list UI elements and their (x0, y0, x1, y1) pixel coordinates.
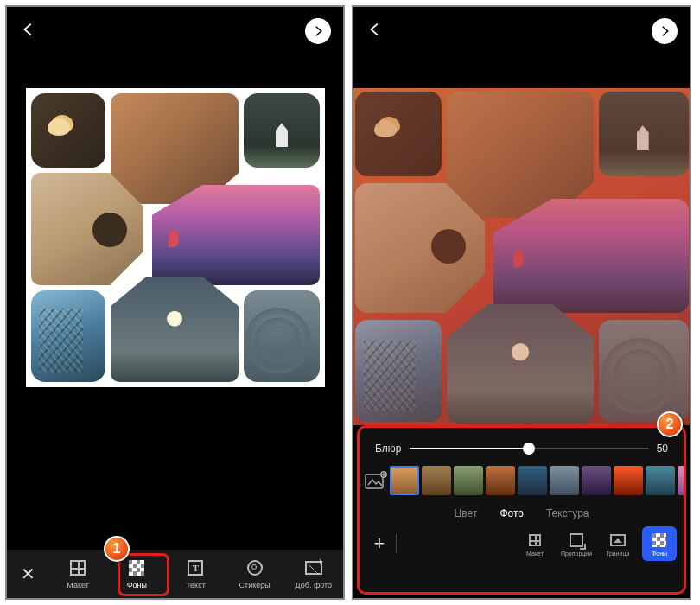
background-icon (651, 532, 668, 549)
mini-backgrounds[interactable]: Фоны (642, 526, 677, 561)
bg-thumbnail[interactable] (486, 466, 515, 495)
collage-canvas[interactable] (26, 88, 325, 387)
tool-layout[interactable]: Макет (54, 555, 102, 593)
bg-thumbnail[interactable] (550, 466, 579, 495)
next-button[interactable] (652, 18, 678, 44)
collage-canvas[interactable] (353, 88, 690, 425)
back-icon[interactable] (366, 20, 385, 42)
bg-thumbnail[interactable] (646, 466, 675, 495)
collage-tile[interactable] (31, 173, 143, 285)
close-button[interactable]: ✕ (7, 564, 48, 584)
collage-tile[interactable] (355, 320, 442, 422)
collage-tile[interactable] (244, 290, 320, 382)
collage-tile[interactable] (599, 92, 689, 176)
bg-thumbnail[interactable] (422, 466, 451, 495)
blur-slider-row: Блюр 50 (360, 435, 684, 462)
screen-right: Блюр 50 Цвет (352, 5, 691, 600)
mini-aspect[interactable]: Пропорции (559, 526, 594, 561)
bg-thumbnails (360, 462, 684, 499)
grid-icon (68, 558, 87, 577)
tool-stickers[interactable]: Стикеры (231, 555, 279, 593)
sticker-icon (245, 558, 264, 577)
tool-label: Доб. фото (296, 581, 333, 589)
mini-toolbar: + Макет Пропорции Граница (360, 525, 684, 566)
collage-tile[interactable] (244, 93, 320, 168)
collage-tile[interactable] (493, 199, 689, 313)
aspect-icon (568, 532, 585, 549)
mini-border[interactable]: Граница (601, 526, 635, 561)
bottom-toolbar: ✕ Макет Фоны T Текст Стикеры (7, 550, 343, 598)
add-button[interactable]: + (366, 532, 392, 555)
grid-icon (526, 532, 544, 549)
tool-text[interactable]: T Текст (171, 555, 220, 593)
border-icon (609, 532, 627, 549)
separator (396, 534, 397, 553)
screen-left: ✕ Макет Фоны T Текст Стикеры (5, 5, 345, 600)
slider-value: 50 (657, 443, 668, 455)
collage-tile[interactable] (355, 92, 442, 176)
mini-label: Пропорции (561, 551, 592, 557)
tool-add-photo[interactable]: Доб. фото (290, 555, 338, 593)
add-image-button[interactable] (365, 466, 387, 495)
mini-label: Макет (526, 551, 544, 557)
collage-tile[interactable] (111, 277, 239, 382)
annotation-highlight (118, 553, 169, 596)
tool-label: Стикеры (239, 581, 270, 589)
collage-tile[interactable] (447, 304, 594, 424)
text-icon: T (186, 558, 205, 577)
tool-label: Макет (67, 581, 88, 589)
callout-badge-1: 1 (104, 536, 130, 562)
bg-thumbnail[interactable] (614, 466, 643, 495)
mini-layout[interactable]: Макет (518, 526, 552, 561)
collage-tile[interactable] (31, 290, 105, 382)
tab-texture[interactable]: Текстура (546, 507, 589, 519)
back-icon[interactable] (19, 20, 38, 42)
top-bar (353, 7, 690, 55)
blur-slider[interactable] (410, 440, 647, 457)
mini-label: Фоны (652, 551, 667, 557)
collage-tile[interactable] (599, 320, 689, 422)
bg-thumbnail[interactable] (518, 466, 547, 495)
backgrounds-panel: Блюр 50 Цвет (357, 425, 686, 595)
tab-photo[interactable]: Фото (500, 507, 524, 519)
top-bar (7, 7, 343, 55)
next-button[interactable] (305, 18, 331, 44)
bg-thumbnail[interactable] (678, 466, 684, 495)
bg-thumbnail[interactable] (454, 466, 483, 495)
slider-label: Блюр (375, 443, 401, 455)
bg-thumbnail[interactable] (582, 466, 611, 495)
collage-tile[interactable] (31, 93, 105, 168)
mini-label: Граница (607, 551, 630, 557)
add-photo-icon (304, 558, 323, 577)
collage-tile[interactable] (355, 183, 485, 313)
bg-thumbnail[interactable] (390, 466, 419, 495)
tab-color[interactable]: Цвет (454, 507, 477, 519)
tool-label: Текст (186, 581, 206, 589)
callout-badge-2: 2 (657, 411, 683, 437)
bg-tabs: Цвет Фото Текстура (360, 499, 684, 525)
